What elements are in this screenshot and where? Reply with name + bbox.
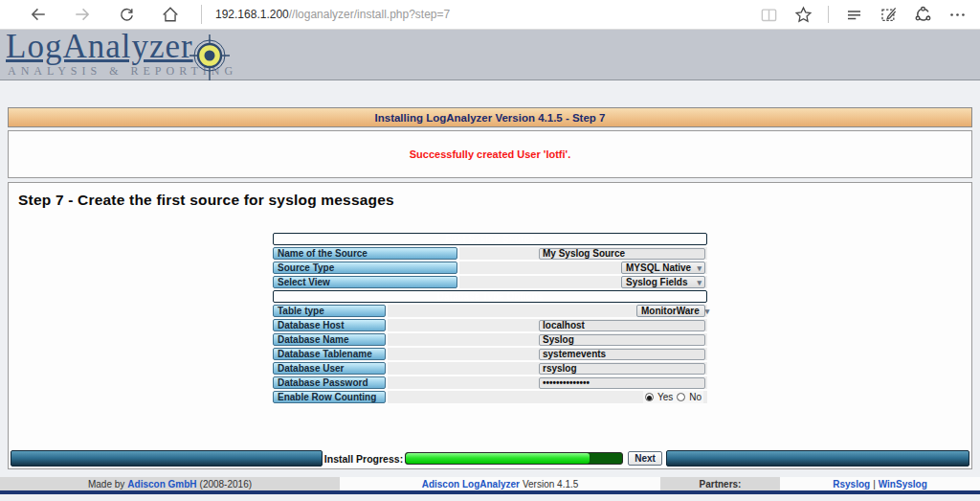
loganalyzer-logo-title: LogAnalyzer [6, 30, 193, 64]
footer-partner-links: Rsyslog | WinSyslog [780, 477, 980, 490]
toolbar-divider [201, 5, 202, 24]
table-type-selected-value: MonitorWare [641, 306, 700, 316]
row-database-tablename: Database Tablename [273, 348, 707, 360]
footer-navy-bar [0, 490, 980, 494]
label-database-password: Database Password [273, 376, 386, 389]
label-database-tablename: Database Tablename [273, 348, 386, 360]
row-counting-radio-group: Yes No [643, 391, 703, 403]
status-message: Successfully created User 'lotfi'. [410, 148, 570, 160]
toolbar-divider [828, 6, 829, 23]
label-database-user: Database User [273, 362, 386, 375]
label-database-name: Database Name [273, 333, 386, 346]
section-header-database-type-options: Database Type Options [273, 290, 707, 303]
label-enable-row-counting: Enable Row Counting [273, 391, 386, 403]
label-select-view: Select View [273, 276, 457, 288]
label-name-of-source: Name of the Source [273, 247, 457, 260]
made-by-years: (2008-2016) [200, 479, 252, 490]
winsyslog-link[interactable]: WinSyslog [879, 479, 927, 490]
favorites-star-icon[interactable] [793, 5, 813, 24]
progress-right-bar [666, 450, 969, 467]
select-view-selected-value: Syslog Fields [626, 277, 687, 287]
footer-partners-label: Partners: [660, 477, 780, 490]
install-progress-bar [405, 452, 623, 465]
section-header-first-syslog-source: First Syslog Source [273, 233, 707, 245]
forward-icon[interactable] [73, 5, 92, 24]
row-database-user: Database User [273, 362, 707, 375]
reading-view-icon[interactable] [759, 5, 778, 24]
syslog-source-form: First Syslog Source Name of the Source S… [273, 233, 707, 403]
footer-version: Adiscon LogAnalyzer Version 4.1.5 [340, 477, 660, 490]
database-tablename-input[interactable] [539, 349, 705, 360]
install-progress-fill [406, 453, 590, 464]
step-heading: Step 7 - Create the first source for sys… [9, 183, 971, 209]
back-icon[interactable] [29, 5, 48, 24]
web-note-icon[interactable] [879, 5, 898, 24]
radio-yes[interactable] [645, 393, 654, 401]
site-header: LogAnalyzer ANALYSIS & REPORTING [0, 30, 980, 80]
refresh-icon[interactable] [117, 5, 136, 24]
chevron-down-icon: ▾ [705, 307, 710, 316]
rsyslog-link[interactable]: Rsyslog [833, 479, 870, 490]
label-database-host: Database Host [273, 319, 386, 331]
label-source-type: Source Type [273, 262, 457, 274]
status-message-box: Successfully created User 'lotfi'. [8, 130, 972, 178]
chevron-down-icon: ▾ [697, 278, 702, 287]
address-bar[interactable]: 192.168.1.200//loganalyzer/install.php?s… [215, 8, 450, 21]
database-host-input[interactable] [539, 320, 705, 331]
version-text: Version 4.1.5 [523, 479, 578, 490]
row-database-password: Database Password [273, 376, 707, 389]
select-view-select[interactable]: Syslog Fields ▾ [621, 276, 705, 288]
install-progress-label: Install Progress: [323, 453, 405, 465]
install-step-panel: Step 7 - Create the first source for sys… [8, 182, 972, 469]
row-name-of-source: Name of the Source [273, 247, 707, 260]
url-path: //loganalyzer/install.php?step=7 [289, 8, 450, 21]
source-name-input[interactable] [539, 248, 705, 260]
table-type-select[interactable]: MonitorWare ▾ [636, 305, 705, 317]
row-enable-row-counting: Enable Row Counting Yes No [273, 391, 707, 403]
install-progress-row: Install Progress: Next [11, 450, 969, 467]
partner-separator: | [873, 479, 876, 490]
adiscon-gmbh-link[interactable]: Adiscon GmbH [127, 479, 196, 490]
install-title-bar: Installing LogAnalyzer Version 4.1.5 - S… [8, 107, 972, 127]
page-footer: Made by Adiscon GmbH (2008-2016) Adiscon… [0, 477, 980, 490]
url-host: 192.168.1.200 [215, 8, 289, 21]
home-icon[interactable] [161, 5, 180, 24]
radio-no-label: No [689, 392, 702, 402]
made-by-text: Made by [88, 479, 124, 490]
source-type-select[interactable]: MYSQL Native ▾ [621, 262, 705, 274]
database-user-input[interactable] [539, 363, 705, 375]
row-table-type: Table type MonitorWare ▾ [273, 305, 707, 317]
database-name-input[interactable] [539, 334, 705, 346]
more-options-icon[interactable] [947, 5, 967, 24]
adiscon-loganalyzer-link[interactable]: Adiscon LogAnalyzer [422, 479, 520, 490]
row-database-host: Database Host [273, 319, 707, 331]
partners-label: Partners: [700, 479, 742, 490]
hub-icon[interactable] [844, 5, 863, 24]
browser-toolbar: 192.168.1.200//loganalyzer/install.php?s… [0, 0, 980, 30]
row-database-name: Database Name [273, 333, 707, 346]
target-crosshair-icon [188, 34, 232, 80]
label-table-type: Table type [273, 305, 386, 317]
next-button[interactable]: Next [628, 451, 662, 466]
radio-no[interactable] [677, 393, 685, 401]
row-source-type: Source Type MYSQL Native ▾ [273, 262, 707, 274]
source-type-selected-value: MYSQL Native [626, 262, 691, 273]
row-select-view: Select View Syslog Fields ▾ [273, 276, 707, 288]
radio-yes-label: Yes [657, 392, 673, 402]
footer-made-by: Made by Adiscon GmbH (2008-2016) [0, 477, 340, 490]
progress-left-bar [11, 450, 323, 467]
chevron-down-icon: ▾ [697, 263, 702, 273]
database-password-input[interactable] [539, 377, 705, 389]
share-icon[interactable] [913, 5, 932, 24]
